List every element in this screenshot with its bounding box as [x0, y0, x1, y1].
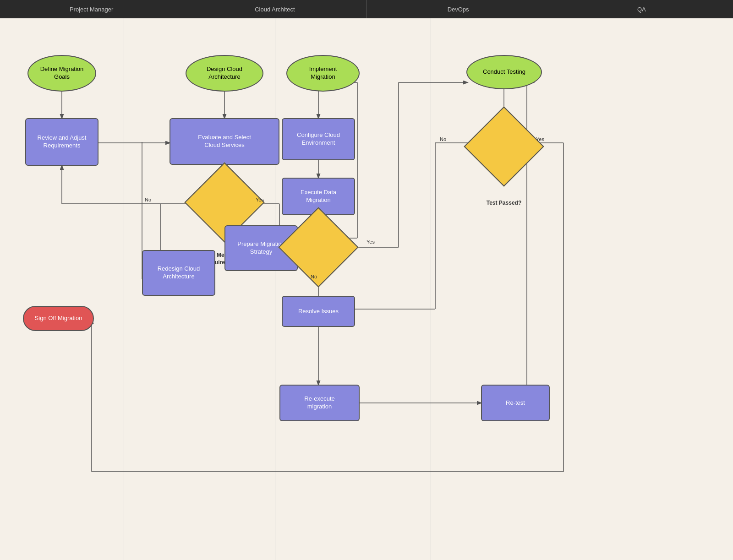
label-no-meets-req: No — [145, 197, 151, 202]
node-re-execute: Re-execute migration — [279, 385, 360, 421]
node-sign-off-migration: Sign Off Migration — [23, 306, 94, 331]
lane-divider-1 — [124, 18, 124, 560]
node-migration-successful: Migration Successful? — [290, 219, 347, 276]
node-evaluate-select: Evaluate and Select Cloud Services — [170, 118, 279, 165]
lane-divider-3 — [431, 18, 431, 560]
node-define-migration-goals: Define Migration Goals — [27, 55, 96, 92]
header-col-qa: QA — [550, 0, 733, 18]
diagram-area: Define Migration Goals Review and Adjust… — [0, 18, 733, 560]
arrows-svg — [0, 18, 733, 560]
node-retest: Re-test — [481, 385, 550, 421]
label-yes-migration: Yes — [366, 239, 375, 245]
node-design-cloud: Design Cloud Architecture — [186, 55, 263, 92]
node-test-passed: Test Passed? — [476, 118, 532, 175]
node-resolve-issues: Resolve Issues — [282, 296, 355, 327]
label-yes-meets-req: Yes — [256, 197, 264, 202]
node-conduct-testing: Conduct Testing — [466, 55, 542, 89]
node-redesign-cloud: Redesign Cloud Architecture — [142, 250, 215, 296]
header-col-ca: Cloud Architect — [183, 0, 366, 18]
lane-divider-2 — [275, 18, 275, 560]
label-no-test: No — [440, 136, 446, 142]
header-col-pm: Project Manager — [0, 0, 183, 18]
header-col-devops: DevOps — [367, 0, 550, 18]
node-implement-migration: Implement Migration — [286, 55, 360, 92]
header: Project Manager Cloud Architect DevOps Q… — [0, 0, 733, 18]
label-no-migration: No — [311, 274, 317, 279]
node-configure-cloud: Configure Cloud Environment — [282, 118, 355, 160]
node-meets-requirements: Meets Requirements? — [196, 174, 253, 231]
node-review-adjust: Review and Adjust Requirements — [25, 118, 98, 166]
label-yes-test: Yes — [536, 136, 544, 142]
